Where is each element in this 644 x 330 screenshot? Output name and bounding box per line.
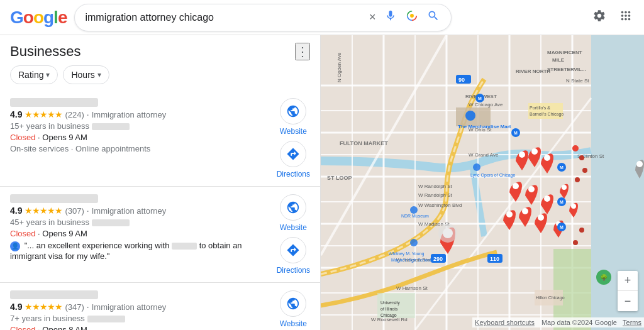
- hours-filter-button[interactable]: Hours ▾: [63, 65, 109, 84]
- map-svg: FULTON MARKET ST LOOP RIVER WEST RIVER N…: [321, 35, 644, 330]
- svg-point-79: [572, 145, 579, 151]
- svg-point-82: [575, 177, 580, 182]
- main-content: Businesses ⋮ Rating ▾ Hours ▾ 4.9 ★★★★★ …: [0, 35, 644, 330]
- zoom-in-button[interactable]: +: [618, 271, 638, 291]
- svg-text:MAGNIFICENT: MAGNIFICENT: [547, 50, 582, 55]
- business-meta: 4.9 ★★★★★ (307) · Immigration attorney: [10, 206, 269, 216]
- opens-time-value: Opens 9 AM: [42, 229, 87, 238]
- website-label: Website: [280, 223, 307, 232]
- svg-point-72: [544, 195, 550, 202]
- svg-text:RIVER NORTH: RIVER NORTH: [516, 69, 550, 74]
- lens-icon: [406, 9, 418, 22]
- svg-text:W Grand Ave: W Grand Ave: [469, 152, 499, 158]
- blurred-detail: [87, 316, 125, 322]
- star-rating: ★★★★★: [25, 206, 62, 216]
- clear-button[interactable]: ×: [368, 9, 377, 25]
- apps-button[interactable]: [618, 8, 634, 27]
- business-meta: 4.9 ★★★★★ (347) · Immigration attorney: [10, 302, 269, 312]
- svg-text:🌳: 🌳: [600, 273, 608, 282]
- card-actions: Website Directions: [277, 290, 310, 330]
- svg-text:Whitney M. Young: Whitney M. Young: [389, 251, 425, 256]
- svg-text:FULTON MARKET: FULTON MARKET: [340, 140, 388, 146]
- svg-text:Barnell's Chicago: Barnell's Chicago: [530, 112, 564, 117]
- directions-button[interactable]: Directions: [277, 237, 310, 275]
- svg-text:Magnet High School: Magnet High School: [391, 258, 431, 263]
- filter-bar: Rating ▾ Hours ▾: [0, 65, 320, 91]
- svg-text:110: 110: [490, 256, 499, 262]
- review-count: (224): [65, 110, 84, 119]
- svg-point-51: [473, 163, 480, 171]
- voice-search-button[interactable]: [383, 8, 398, 26]
- svg-text:W Chicago Ave: W Chicago Ave: [469, 102, 503, 107]
- rating-value: 4.9: [10, 109, 22, 119]
- businesses-title: Businesses: [10, 43, 290, 60]
- chevron-down-icon: ▾: [46, 70, 50, 79]
- blurred-detail: [92, 219, 130, 226]
- separator: ·: [87, 109, 89, 119]
- business-card: 4.9 ★★★★★ (347) · Immigration attorney 7…: [0, 283, 320, 330]
- closed-label: Closed: [10, 325, 35, 330]
- google-logo: Google: [10, 8, 67, 28]
- rating-filter-label: Rating: [18, 70, 43, 80]
- svg-text:Chicago: Chicago: [380, 313, 397, 318]
- search-button[interactable]: [426, 8, 441, 26]
- years-info: 15+ years in business: [10, 121, 269, 131]
- closed-status: Closed · Opens 9 AM: [10, 133, 269, 142]
- businesses-header: Businesses ⋮: [0, 35, 320, 65]
- svg-point-3: [411, 14, 414, 18]
- website-label: Website: [280, 319, 307, 328]
- keyboard-shortcuts-link[interactable]: Keyboard shortcuts: [475, 319, 535, 326]
- svg-text:Lyric Opera of Chicago: Lyric Opera of Chicago: [470, 173, 515, 178]
- settings-button[interactable]: [591, 8, 608, 27]
- svg-point-70: [513, 183, 519, 189]
- svg-text:N Ogden Ave: N Ogden Ave: [336, 52, 342, 82]
- svg-text:MILE: MILE: [552, 57, 565, 63]
- years-label: 45+ years in business: [10, 217, 89, 227]
- directions-button[interactable]: Directions: [277, 141, 310, 179]
- card-actions: Website Directions: [277, 194, 310, 275]
- svg-text:M: M: [478, 96, 482, 101]
- svg-point-84: [573, 240, 578, 245]
- terms-link[interactable]: Terms: [623, 319, 641, 326]
- more-options-button[interactable]: ⋮: [295, 43, 310, 60]
- svg-text:M: M: [560, 165, 564, 170]
- svg-text:290: 290: [433, 256, 443, 262]
- search-input[interactable]: [85, 12, 367, 23]
- website-button[interactable]: Website: [280, 98, 307, 136]
- svg-point-99: [636, 161, 643, 167]
- years-info: 45+ years in business: [10, 217, 269, 227]
- years-label: 15+ years in business: [10, 121, 89, 131]
- lens-button[interactable]: [404, 8, 419, 26]
- directions-circle: [280, 141, 306, 167]
- chevron-down-icon: ▾: [97, 70, 101, 79]
- svg-point-67: [519, 151, 525, 158]
- business-type: Immigration attorney: [92, 110, 167, 119]
- microphone-icon: [384, 9, 397, 22]
- svg-point-49: [465, 111, 475, 121]
- map-attribution: Keyboard shortcuts Map data ©2024 Google…: [472, 317, 644, 327]
- business-name-blurred: [10, 98, 98, 107]
- business-card: 4.9 ★★★★★ (224) · Immigration attorney 1…: [0, 91, 320, 187]
- rating-value: 4.9: [10, 302, 22, 312]
- business-type: Immigration attorney: [92, 302, 167, 312]
- svg-point-83: [579, 228, 584, 233]
- svg-point-55: [410, 239, 418, 246]
- svg-text:NDR Museum: NDR Museum: [401, 214, 429, 218]
- website-button[interactable]: Website: [280, 290, 307, 328]
- business-card: 4.9 ★★★★★ (307) · Immigration attorney 4…: [0, 187, 320, 283]
- rating-filter-button[interactable]: Rating ▾: [10, 65, 58, 84]
- globe-icon: [286, 297, 300, 311]
- svg-point-80: [579, 155, 584, 160]
- separator: ·: [87, 302, 89, 312]
- website-button[interactable]: Website: [280, 194, 307, 232]
- website-circle: [280, 98, 306, 124]
- svg-text:W Washington Blvd: W Washington Blvd: [418, 202, 462, 208]
- zoom-out-button[interactable]: −: [618, 291, 638, 311]
- map-container[interactable]: FULTON MARKET ST LOOP RIVER WEST RIVER N…: [321, 35, 644, 330]
- star-rating: ★★★★★: [25, 109, 62, 119]
- card-info: 4.9 ★★★★★ (347) · Immigration attorney 7…: [10, 290, 269, 330]
- svg-text:University: University: [380, 300, 400, 305]
- directions-label: Directions: [277, 170, 310, 179]
- closed-status: Closed · Opens 8 AM: [10, 325, 269, 330]
- business-name-blurred: [10, 194, 98, 203]
